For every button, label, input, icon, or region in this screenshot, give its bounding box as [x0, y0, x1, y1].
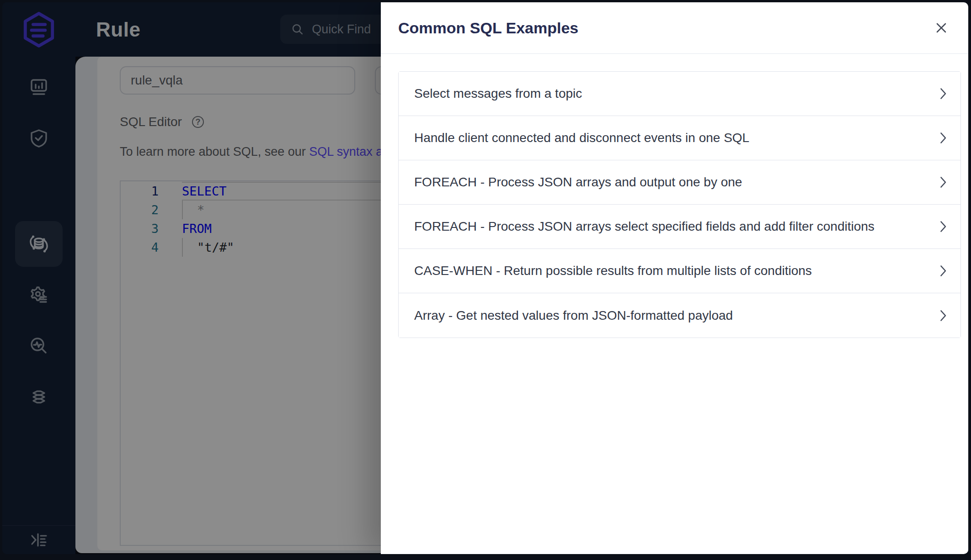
close-icon[interactable] [934, 20, 949, 36]
app-root: Rule [2, 2, 968, 554]
sql-example-item[interactable]: Array - Get nested values from JSON-form… [399, 293, 960, 338]
chevron-right-icon [940, 310, 947, 322]
chevron-right-icon [940, 132, 947, 144]
sql-example-label: CASE-WHEN - Return possible results from… [414, 264, 812, 278]
window-frame: Rule [0, 0, 971, 560]
sql-example-label: Array - Get nested values from JSON-form… [414, 308, 733, 323]
sql-example-label: Handle client connected and disconnect e… [414, 131, 749, 145]
chevron-right-icon [940, 176, 947, 188]
chevron-right-icon [940, 265, 947, 277]
drawer-body: Select messages from a topic Handle clie… [381, 54, 968, 338]
sql-example-label: FOREACH - Process JSON arrays select spe… [414, 219, 875, 234]
drawer-title: Common SQL Examples [398, 19, 578, 37]
sql-example-item[interactable]: CASE-WHEN - Return possible results from… [399, 249, 960, 293]
sql-example-label: Select messages from a topic [414, 86, 582, 101]
drawer-header: Common SQL Examples [381, 2, 968, 54]
chevron-right-icon [940, 221, 947, 232]
sql-example-item[interactable]: FOREACH - Process JSON arrays select spe… [399, 205, 960, 249]
sql-example-item[interactable]: Select messages from a topic [399, 72, 960, 116]
chevron-right-icon [940, 88, 947, 100]
sql-examples-drawer: Common SQL Examples Select messages from… [381, 2, 968, 554]
sql-example-list: Select messages from a topic Handle clie… [398, 71, 961, 338]
sql-example-label: FOREACH - Process JSON arrays and output… [414, 175, 742, 190]
sql-example-item[interactable]: FOREACH - Process JSON arrays and output… [399, 160, 960, 205]
sql-example-item[interactable]: Handle client connected and disconnect e… [399, 116, 960, 160]
